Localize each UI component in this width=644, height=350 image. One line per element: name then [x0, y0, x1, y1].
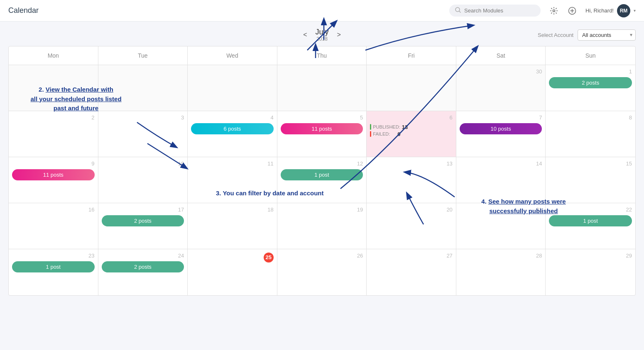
- cell-date: 9: [12, 160, 95, 167]
- calendar-header-row: Mon Tue Wed Thu Fri Sat Sun: [9, 46, 635, 65]
- cell-date: 15: [549, 160, 632, 167]
- day-header-sun: Sun: [546, 46, 635, 65]
- cell-date: 29: [549, 253, 632, 259]
- cell-content: 11 posts: [281, 123, 363, 134]
- calendar-cell: [277, 65, 367, 111]
- calendar-week: 23 1 post 24 2 posts 25: [9, 249, 635, 295]
- calendar-cell: 24 2 posts: [98, 249, 188, 295]
- settings-button[interactable]: [547, 4, 561, 17]
- cell-date: 13: [370, 160, 453, 167]
- post-badge[interactable]: 2 posts: [549, 77, 632, 88]
- calendar-cell: 5 11 posts: [277, 111, 367, 157]
- cell-date: 18: [191, 207, 274, 213]
- svg-line-1: [459, 11, 460, 12]
- cell-date: 30: [460, 68, 542, 75]
- cell-date: 14: [460, 160, 542, 167]
- post-badge[interactable]: 2 posts: [102, 261, 184, 272]
- calendar-cell: 16: [9, 203, 98, 249]
- calendar-grid: Mon Tue Wed Thu Fri Sat Sun 30: [8, 46, 636, 296]
- user-menu[interactable]: Hi, Richard! RM ▾: [585, 4, 636, 17]
- calendar-cell: 4 6 posts: [188, 111, 277, 157]
- cell-date: 10: [102, 160, 184, 167]
- calendar-cell: 7 10 posts: [456, 111, 546, 157]
- calendar-cell: 21: [456, 203, 546, 249]
- post-badge[interactable]: 6 posts: [191, 123, 274, 134]
- day-header-thu: Thu: [277, 46, 367, 65]
- calendar-cell: 19: [277, 203, 367, 249]
- calendar-cell: [9, 65, 98, 111]
- calendar-cell: 2: [9, 111, 98, 157]
- calendar-week: 16 17 2 posts 18 19 20: [9, 203, 635, 249]
- calendar-nav: < July 2018 > Select Account All account…: [8, 22, 636, 46]
- cell-content: 1 post: [549, 215, 632, 226]
- published-value: 13: [402, 124, 408, 130]
- cell-date: 26: [281, 253, 363, 259]
- cell-date: 5: [281, 114, 363, 121]
- search-input[interactable]: [464, 7, 535, 14]
- calendar-body: 30 1 2 posts 2 3: [9, 65, 635, 295]
- cell-content: 10 posts: [460, 123, 542, 134]
- calendar-week: 2 3 4 6 posts 5 11 posts: [9, 111, 635, 157]
- select-account-label: Select Account: [538, 32, 573, 38]
- published-bar: [370, 124, 371, 130]
- post-badge[interactable]: 1 post: [549, 215, 632, 226]
- year-label: 2018: [315, 36, 328, 42]
- cell-date: 8: [549, 114, 632, 121]
- account-select[interactable]: All accounts Account 1 Account 2: [578, 29, 636, 41]
- calendar-cell: 20: [367, 203, 456, 249]
- prev-month-button[interactable]: <: [300, 29, 310, 40]
- post-badge[interactable]: 1 post: [281, 169, 363, 180]
- month-label: July: [315, 28, 328, 36]
- add-button[interactable]: [566, 4, 579, 17]
- calendar-cell: 11: [188, 157, 277, 203]
- cell-date: 20: [370, 207, 453, 213]
- day-header-tue: Tue: [98, 46, 188, 65]
- search-icon: [455, 7, 461, 14]
- cell-content: 1 post: [12, 261, 95, 272]
- calendar-cell: 9 11 posts: [9, 157, 98, 203]
- calendar-cell: 17 2 posts: [98, 203, 188, 249]
- day-header-mon: Mon: [9, 46, 98, 65]
- cell-date: 27: [370, 253, 453, 259]
- post-badge[interactable]: 1 post: [12, 261, 95, 272]
- next-month-button[interactable]: >: [334, 29, 344, 40]
- published-label: PUBLISHED:: [373, 124, 400, 129]
- day-header-sat: Sat: [456, 46, 546, 65]
- calendar-cell: 1 2 posts: [546, 65, 635, 111]
- cell-date: 2: [12, 114, 95, 121]
- svg-point-2: [553, 10, 555, 12]
- calendar-cell: 3: [98, 111, 188, 157]
- cell-date: 1: [549, 68, 632, 75]
- post-badge[interactable]: 2 posts: [102, 215, 184, 226]
- calendar-cell: 25: [188, 249, 277, 295]
- calendar-cell: 10: [98, 157, 188, 203]
- calendar-cell: 8: [546, 111, 635, 157]
- post-badge[interactable]: 11 posts: [12, 169, 95, 180]
- calendar-week: 30 1 2 posts: [9, 65, 635, 111]
- greeting-text: Hi, Richard!: [585, 7, 614, 14]
- cell-content: 2 posts: [102, 261, 184, 272]
- cell-date: 7: [460, 114, 542, 121]
- calendar-week: 9 11 posts 10 11 12 1 post: [9, 157, 635, 203]
- failed-bar: [370, 131, 371, 137]
- calendar-cell: 30: [456, 65, 546, 111]
- published-failed-stats: PUBLISHED: 13 FAILED: 0: [370, 123, 453, 138]
- cell-content: PUBLISHED: 13 FAILED: 0: [370, 123, 453, 138]
- cell-date: 6: [370, 114, 453, 121]
- header-icons: [547, 4, 579, 17]
- cell-date: 22: [549, 207, 632, 213]
- post-badge[interactable]: 10 posts: [460, 123, 542, 134]
- day-header-fri: Fri: [367, 46, 456, 65]
- cell-date: 12: [281, 160, 363, 167]
- cell-date: 28: [460, 253, 542, 259]
- calendar-cell-highlighted: 6 PUBLISHED: 13 FAILED:: [367, 111, 456, 157]
- calendar-cell: 14: [456, 157, 546, 203]
- search-box: [449, 5, 541, 17]
- post-badge[interactable]: 11 posts: [281, 123, 363, 134]
- cell-date: 4: [191, 114, 274, 121]
- cell-date: 16: [12, 207, 95, 213]
- calendar-cell: 18: [188, 203, 277, 249]
- calendar-cell: [188, 65, 277, 111]
- calendar-cell: 26: [277, 249, 367, 295]
- calendar-cell: [98, 65, 188, 111]
